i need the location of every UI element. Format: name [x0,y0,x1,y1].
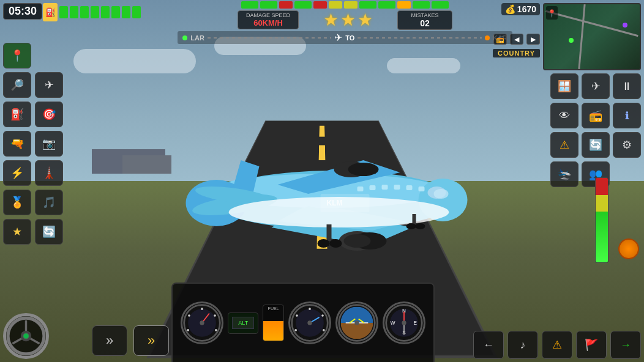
fuel-seg-3 [80,6,89,18]
tl-seg-1 [241,1,258,9]
antenna-button[interactable]: ⚡ [3,160,31,186]
fast-forward-btn-2[interactable]: » [133,325,169,356]
top-hud-center: DAMAGE SPEED 60KM/H ★ ★ ★ MISTAKES 02 LA… [159,1,531,44]
landing-button[interactable]: 🛬 [550,161,578,187]
map-nav-right[interactable]: ▶ [526,34,540,45]
tl-seg-3 [279,1,293,9]
svg-point-52 [309,308,311,310]
star-1: ★ [323,10,339,30]
bottom-right-controls: ← ♪ ⚠ 🚩 → [473,331,641,359]
right-row-2: 👁 📻 ℹ [550,103,641,128]
radio-button[interactable]: 📻 [582,103,610,128]
country-label: COUNTRY [493,49,540,57]
forward-buttons: » » [92,325,169,356]
fuel-button[interactable]: ⛽ [3,102,31,127]
health-bar-red [596,178,608,195]
health-bar-green [596,212,608,262]
mistakes-label: MISTAKES [404,12,446,18]
back-arrow-button[interactable]: ← [473,331,504,359]
map-button[interactable]: 📍 [3,43,31,68]
radio-icon: 📻 [493,34,507,45]
eye-button[interactable]: 👁 [550,103,578,128]
windshield-button[interactable]: 🪟 [550,73,578,99]
route-start-dot [182,35,187,40]
music-button[interactable]: 🎵 [35,190,63,215]
map-nav-left[interactable]: ◀ [510,34,523,45]
steering-area [3,313,49,359]
svg-point-44 [214,314,217,317]
map-marker-purple [623,23,627,28]
route-from: LAR [190,34,204,42]
pause-button[interactable]: ⏸ [613,73,641,99]
fuel-seg-6 [111,6,120,18]
flight-mode-button[interactable]: ✈ [35,72,63,98]
settings-button[interactable]: ⚙ [613,132,641,158]
svg-point-46 [187,329,190,331]
star-2: ★ [340,10,356,30]
fuel-seg-5 [101,6,110,18]
mistakes-box: MISTAKES 02 [397,10,452,30]
svg-point-75 [402,320,406,325]
badge-button[interactable]: 🏅 [3,190,31,215]
svg-text:W: W [390,320,395,326]
game-timer: 05:30 [3,3,42,20]
sidebar-row-1: 📍 [3,43,63,68]
right-row-1: 🪟 ✈ ⏸ [550,73,641,99]
right-sidebar: 🪟 ✈ ⏸ 👁 📻 ℹ ⚠ 🔄 ⚙ 🛬 👥 [550,73,641,187]
traffic-light-bar [241,1,449,9]
warning-button[interactable]: ⚠ [550,132,578,158]
svg-point-12 [344,234,371,248]
sidebar-row-3: ⛽ 🎯 [3,102,63,127]
route-dest-dot [485,35,490,40]
rpm-gauge [288,301,331,344]
left-sidebar: 📍 🔎 ✈ ⛽ 🎯 🔫 📷 ⚡ 🗼 🏅 🎵 ★ 🔄 [3,43,63,245]
svg-point-40 [23,333,29,339]
svg-point-47 [189,314,191,317]
tl-seg-7 [344,1,358,9]
steering-wheel[interactable] [3,313,49,359]
fuel-level-display: FUEL [263,305,284,341]
damage-label: DAMAGE SPEED [244,12,292,18]
forward-arrow-button[interactable]: → [610,331,641,359]
fuel-seg-4 [91,6,99,18]
fuel-seg-2 [70,6,78,18]
svg-rect-18 [394,185,400,190]
star-button[interactable]: ★ [3,219,31,245]
svg-point-53 [321,314,324,317]
health-bar-yellow [596,195,608,212]
svg-point-14 [348,163,379,176]
map-nav-controls[interactable]: 📻 ◀ ▶ [493,34,540,45]
svg-point-56 [296,314,298,317]
refresh-button[interactable]: 🔄 [35,219,63,245]
airplane-model: KLM [137,105,474,289]
camera-button[interactable]: 📷 [35,131,63,157]
health-bar [595,177,608,263]
scroll-knob[interactable] [618,238,639,259]
tower-button[interactable]: 🗼 [35,160,63,186]
svg-point-32 [406,223,416,229]
sidebar-row-4: 🔫 📷 [3,131,63,157]
svg-rect-17 [382,185,388,190]
svg-point-43 [201,308,204,310]
sidebar-row-5: ⚡ 🗼 [3,160,63,186]
bottom-warning-button[interactable]: ⚠ [542,331,572,359]
heading-gauge: N E S W [383,301,425,344]
wheel-button[interactable]: 🎯 [35,102,63,127]
tl-seg-8 [359,1,376,9]
route-row: LAR ✈ TO KAR [159,31,531,44]
fuel-fill [263,321,283,341]
aircraft-button[interactable]: ✈ [582,73,610,99]
fast-forward-btn-1[interactable]: » [92,325,127,356]
tl-seg-5 [313,1,327,9]
bottom-music-button[interactable]: ♪ [507,331,538,359]
flag-button[interactable]: 🚩 [576,331,607,359]
mini-map-inner: 📍 [544,4,640,69]
gun-button[interactable]: 🔫 [3,131,31,157]
tl-seg-9 [378,1,395,9]
damage-box: DAMAGE SPEED 60KM/H [238,10,299,29]
speed-dial-button[interactable]: 🔄 [582,132,610,158]
zoom-button[interactable]: 🔎 [3,72,31,98]
coin-value: 1670 [517,4,536,14]
info-button[interactable]: ℹ [613,103,641,128]
svg-point-66 [354,320,359,325]
